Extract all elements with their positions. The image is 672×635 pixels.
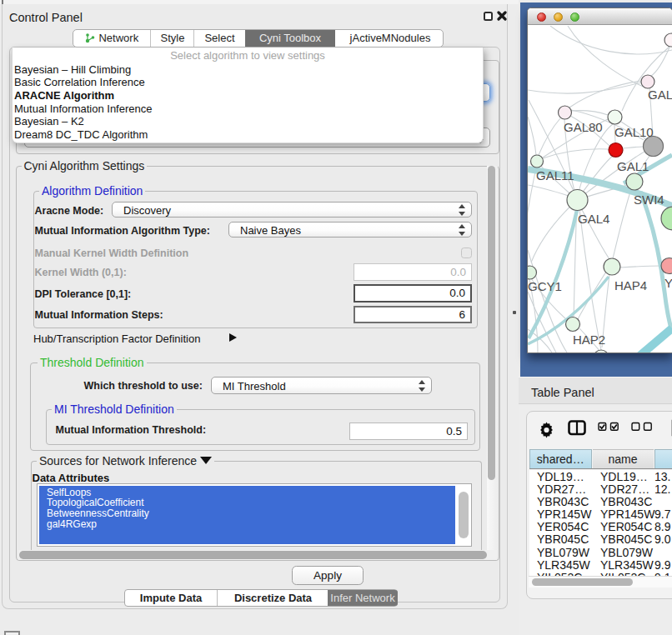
svg-text:GAL11: GAL11 — [536, 168, 574, 182]
svg-text:HAP4: HAP4 — [614, 278, 647, 292]
svg-text:GAL1: GAL1 — [617, 159, 649, 173]
svg-text:GAL4: GAL4 — [578, 212, 609, 226]
svg-text:GAL80: GAL80 — [564, 120, 603, 134]
svg-text:SWI4: SWI4 — [634, 192, 664, 207]
svg-text:GCY1: GCY1 — [528, 279, 562, 293]
svg-text:GAL10: GAL10 — [614, 125, 654, 139]
svg-text:YM: YM — [664, 276, 672, 290]
svg-text:HAP2: HAP2 — [573, 332, 605, 347]
svg-text:GAL2: GAL2 — [648, 88, 672, 102]
